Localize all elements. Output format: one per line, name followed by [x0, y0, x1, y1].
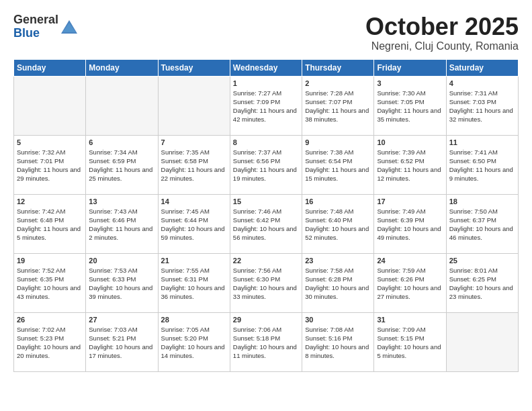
day-content: Sunrise: 7:31 AM Sunset: 7:03 PM Dayligh…	[449, 89, 515, 124]
day-content: Sunrise: 7:45 AM Sunset: 6:44 PM Dayligh…	[161, 207, 227, 242]
page-header: General Blue October 2025 Negreni, Cluj …	[13, 13, 519, 52]
weekday-header-sunday: Sunday	[14, 59, 86, 76]
calendar-week-row: 19Sunrise: 7:52 AM Sunset: 6:35 PM Dayli…	[14, 253, 519, 312]
calendar-cell: 4Sunrise: 7:31 AM Sunset: 7:03 PM Daylig…	[446, 76, 518, 135]
calendar-cell: 25Sunrise: 8:01 AM Sunset: 6:25 PM Dayli…	[446, 253, 518, 312]
day-number: 7	[161, 138, 227, 146]
calendar-cell: 28Sunrise: 7:05 AM Sunset: 5:20 PM Dayli…	[158, 312, 230, 371]
weekday-header-saturday: Saturday	[446, 59, 518, 76]
day-number: 18	[449, 197, 515, 205]
day-number: 12	[17, 197, 83, 205]
calendar-cell: 30Sunrise: 7:08 AM Sunset: 5:16 PM Dayli…	[302, 312, 374, 371]
weekday-header-row: SundayMondayTuesdayWednesdayThursdayFrid…	[14, 59, 519, 76]
calendar-cell: 29Sunrise: 7:06 AM Sunset: 5:18 PM Dayli…	[230, 312, 302, 371]
title-block: October 2025 Negreni, Cluj County, Roman…	[365, 13, 519, 52]
calendar-cell: 22Sunrise: 7:56 AM Sunset: 6:30 PM Dayli…	[230, 253, 302, 312]
day-content: Sunrise: 7:46 AM Sunset: 6:42 PM Dayligh…	[233, 207, 299, 242]
day-number: 1	[233, 79, 299, 87]
calendar-cell: 18Sunrise: 7:50 AM Sunset: 6:37 PM Dayli…	[446, 194, 518, 253]
calendar-cell: 24Sunrise: 7:59 AM Sunset: 6:26 PM Dayli…	[374, 253, 446, 312]
calendar-cell: 27Sunrise: 7:03 AM Sunset: 5:21 PM Dayli…	[86, 312, 158, 371]
day-content: Sunrise: 7:27 AM Sunset: 7:09 PM Dayligh…	[233, 89, 299, 124]
calendar-cell: 16Sunrise: 7:48 AM Sunset: 6:40 PM Dayli…	[302, 194, 374, 253]
day-number: 30	[305, 316, 371, 324]
day-content: Sunrise: 7:30 AM Sunset: 7:05 PM Dayligh…	[377, 89, 443, 124]
calendar-cell: 10Sunrise: 7:39 AM Sunset: 6:52 PM Dayli…	[374, 135, 446, 194]
calendar-cell: 17Sunrise: 7:49 AM Sunset: 6:39 PM Dayli…	[374, 194, 446, 253]
day-content: Sunrise: 7:41 AM Sunset: 6:50 PM Dayligh…	[449, 148, 515, 183]
day-content: Sunrise: 7:59 AM Sunset: 6:26 PM Dayligh…	[377, 266, 443, 302]
day-number: 14	[161, 197, 227, 205]
day-number: 27	[89, 316, 154, 324]
weekday-header-thursday: Thursday	[302, 59, 374, 76]
calendar-cell: 1Sunrise: 7:27 AM Sunset: 7:09 PM Daylig…	[230, 76, 302, 135]
day-content: Sunrise: 7:50 AM Sunset: 6:37 PM Dayligh…	[449, 207, 515, 242]
calendar-cell: 9Sunrise: 7:38 AM Sunset: 6:54 PM Daylig…	[302, 135, 374, 194]
day-content: Sunrise: 8:01 AM Sunset: 6:25 PM Dayligh…	[449, 266, 515, 302]
day-content: Sunrise: 7:52 AM Sunset: 6:35 PM Dayligh…	[17, 266, 83, 302]
calendar-week-row: 26Sunrise: 7:02 AM Sunset: 5:23 PM Dayli…	[14, 312, 519, 371]
day-content: Sunrise: 7:43 AM Sunset: 6:46 PM Dayligh…	[89, 207, 154, 242]
calendar-cell: 3Sunrise: 7:30 AM Sunset: 7:05 PM Daylig…	[374, 76, 446, 135]
day-number: 15	[233, 197, 299, 205]
day-content: Sunrise: 7:55 AM Sunset: 6:31 PM Dayligh…	[161, 266, 227, 302]
day-number: 20	[89, 257, 154, 265]
calendar-cell	[158, 76, 230, 135]
day-content: Sunrise: 7:02 AM Sunset: 5:23 PM Dayligh…	[17, 325, 83, 361]
month-title: October 2025	[365, 13, 519, 40]
calendar-cell	[86, 76, 158, 135]
day-number: 23	[305, 257, 371, 265]
day-content: Sunrise: 7:05 AM Sunset: 5:20 PM Dayligh…	[161, 325, 227, 361]
calendar-cell: 7Sunrise: 7:35 AM Sunset: 6:58 PM Daylig…	[158, 135, 230, 194]
day-number: 13	[89, 197, 154, 205]
day-content: Sunrise: 7:56 AM Sunset: 6:30 PM Dayligh…	[233, 266, 299, 302]
calendar-cell: 23Sunrise: 7:58 AM Sunset: 6:28 PM Dayli…	[302, 253, 374, 312]
day-number: 24	[377, 257, 443, 265]
calendar-cell: 2Sunrise: 7:28 AM Sunset: 7:07 PM Daylig…	[302, 76, 374, 135]
day-content: Sunrise: 7:38 AM Sunset: 6:54 PM Dayligh…	[305, 148, 371, 183]
logo: General Blue	[13, 13, 79, 40]
day-number: 19	[17, 257, 83, 265]
day-content: Sunrise: 7:03 AM Sunset: 5:21 PM Dayligh…	[89, 325, 154, 361]
calendar-cell: 15Sunrise: 7:46 AM Sunset: 6:42 PM Dayli…	[230, 194, 302, 253]
calendar-cell: 19Sunrise: 7:52 AM Sunset: 6:35 PM Dayli…	[14, 253, 86, 312]
day-number: 16	[305, 197, 371, 205]
day-number: 25	[449, 257, 515, 265]
calendar-cell: 5Sunrise: 7:32 AM Sunset: 7:01 PM Daylig…	[14, 135, 86, 194]
day-content: Sunrise: 7:37 AM Sunset: 6:56 PM Dayligh…	[233, 148, 299, 183]
calendar-cell: 13Sunrise: 7:43 AM Sunset: 6:46 PM Dayli…	[86, 194, 158, 253]
day-number: 22	[233, 257, 299, 265]
day-number: 9	[305, 138, 371, 146]
day-content: Sunrise: 7:48 AM Sunset: 6:40 PM Dayligh…	[305, 207, 371, 242]
calendar-cell: 31Sunrise: 7:09 AM Sunset: 5:15 PM Dayli…	[374, 312, 446, 371]
day-number: 8	[233, 138, 299, 146]
day-number: 21	[161, 257, 227, 265]
day-number: 11	[449, 138, 515, 146]
day-content: Sunrise: 7:32 AM Sunset: 7:01 PM Dayligh…	[17, 148, 83, 183]
calendar-cell: 14Sunrise: 7:45 AM Sunset: 6:44 PM Dayli…	[158, 194, 230, 253]
day-content: Sunrise: 7:28 AM Sunset: 7:07 PM Dayligh…	[305, 89, 371, 124]
day-number: 3	[377, 79, 443, 87]
day-number: 29	[233, 316, 299, 324]
calendar-table: SundayMondayTuesdayWednesdayThursdayFrid…	[13, 59, 519, 372]
day-number: 6	[89, 138, 154, 146]
calendar-cell: 11Sunrise: 7:41 AM Sunset: 6:50 PM Dayli…	[446, 135, 518, 194]
calendar-cell: 6Sunrise: 7:34 AM Sunset: 6:59 PM Daylig…	[86, 135, 158, 194]
calendar-cell	[14, 76, 86, 135]
day-number: 2	[305, 79, 371, 87]
day-content: Sunrise: 7:53 AM Sunset: 6:33 PM Dayligh…	[89, 266, 154, 302]
weekday-header-monday: Monday	[86, 59, 158, 76]
logo-icon	[60, 17, 79, 36]
day-content: Sunrise: 7:08 AM Sunset: 5:16 PM Dayligh…	[305, 325, 371, 361]
day-content: Sunrise: 7:58 AM Sunset: 6:28 PM Dayligh…	[305, 266, 371, 302]
day-content: Sunrise: 7:49 AM Sunset: 6:39 PM Dayligh…	[377, 207, 443, 242]
day-number: 5	[17, 138, 83, 146]
day-number: 4	[449, 79, 515, 87]
day-number: 26	[17, 316, 83, 324]
location-subtitle: Negreni, Cluj County, Romania	[365, 40, 519, 52]
calendar-week-row: 5Sunrise: 7:32 AM Sunset: 7:01 PM Daylig…	[14, 135, 519, 194]
calendar-cell: 26Sunrise: 7:02 AM Sunset: 5:23 PM Dayli…	[14, 312, 86, 371]
weekday-header-tuesday: Tuesday	[158, 59, 230, 76]
day-content: Sunrise: 7:34 AM Sunset: 6:59 PM Dayligh…	[89, 148, 154, 183]
calendar-cell: 21Sunrise: 7:55 AM Sunset: 6:31 PM Dayli…	[158, 253, 230, 312]
